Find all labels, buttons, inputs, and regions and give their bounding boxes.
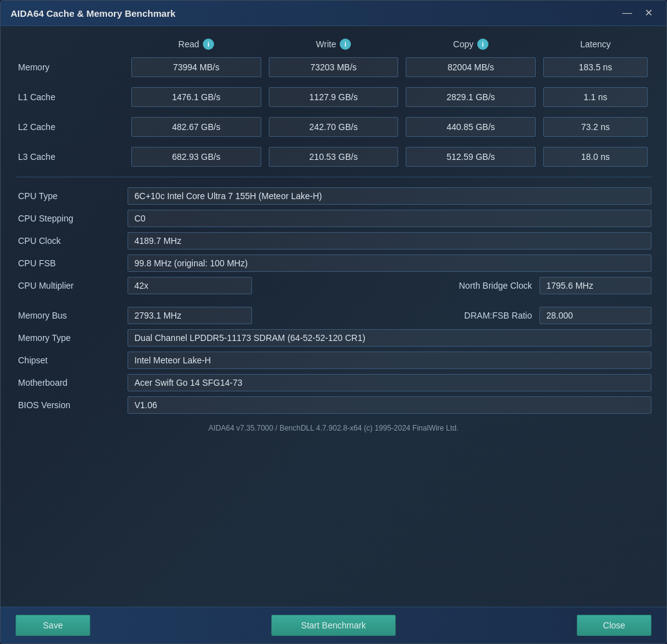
bios-label: BIOS Version bbox=[16, 400, 128, 410]
title-controls: — ✕ bbox=[618, 7, 656, 19]
l3-label: L3 Cache bbox=[16, 152, 128, 162]
north-bridge-clock-value: 1795.6 MHz bbox=[539, 277, 651, 294]
col-copy: Copy i bbox=[402, 39, 539, 50]
section-divider bbox=[16, 177, 651, 177]
l3-copy: 512.59 GB/s bbox=[406, 147, 536, 167]
content-area: Read i Write i Copy i Latency Memory 739… bbox=[1, 26, 666, 607]
l3-read: 682.93 GB/s bbox=[131, 147, 261, 167]
l1-latency: 1.1 ns bbox=[543, 87, 648, 107]
chipset-label: Chipset bbox=[16, 355, 128, 365]
north-bridge-clock-label: North Bridge Clock bbox=[403, 281, 539, 291]
l1-cache-row: L1 Cache 1476.1 GB/s 1127.9 GB/s 2829.1 … bbox=[16, 87, 651, 107]
bios-value: V1.06 bbox=[128, 396, 651, 414]
cpu-stepping-row: CPU Stepping C0 bbox=[16, 210, 651, 227]
l2-label: L2 Cache bbox=[16, 122, 128, 132]
chipset-row: Chipset Intel Meteor Lake-H bbox=[16, 352, 651, 369]
l3-cache-row: L3 Cache 682.93 GB/s 210.53 GB/s 512.59 … bbox=[16, 147, 651, 167]
memory-type-row: Memory Type Dual Channel LPDDR5-11173 SD… bbox=[16, 329, 651, 347]
cpu-type-row: CPU Type 6C+10c Intel Core Ultra 7 155H … bbox=[16, 187, 651, 205]
l2-copy: 440.85 GB/s bbox=[406, 117, 536, 137]
memory-type-label: Memory Type bbox=[16, 333, 128, 343]
cpu-multiplier-label: CPU Multiplier bbox=[16, 281, 128, 291]
save-button[interactable]: Save bbox=[16, 615, 90, 636]
window-title: AIDA64 Cache & Memory Benchmark bbox=[11, 8, 175, 19]
memory-bus-row: Memory Bus 2793.1 MHz DRAM:FSB Ratio 28.… bbox=[16, 307, 651, 324]
memory-copy: 82004 MB/s bbox=[406, 57, 536, 77]
cpu-type-value: 6C+10c Intel Core Ultra 7 155H (Meteor L… bbox=[128, 187, 651, 205]
bios-row: BIOS Version V1.06 bbox=[16, 396, 651, 414]
motherboard-label: Motherboard bbox=[16, 378, 128, 388]
memory-latency: 183.5 ns bbox=[543, 57, 648, 77]
memory-bus-value: 2793.1 MHz bbox=[128, 307, 252, 324]
l2-write: 242.70 GB/s bbox=[269, 117, 399, 137]
memory-label: Memory bbox=[16, 62, 128, 72]
l2-latency: 73.2 ns bbox=[543, 117, 648, 137]
memory-write: 73203 MB/s bbox=[269, 57, 399, 77]
motherboard-value: Acer Swift Go 14 SFG14-73 bbox=[128, 374, 651, 391]
copy-info-icon[interactable]: i bbox=[477, 39, 488, 50]
col-read: Read i bbox=[128, 39, 265, 50]
read-info-icon[interactable]: i bbox=[203, 39, 214, 50]
l1-read: 1476.1 GB/s bbox=[131, 87, 261, 107]
col-latency: Latency bbox=[539, 39, 651, 50]
close-button[interactable]: Close bbox=[577, 615, 651, 636]
write-info-icon[interactable]: i bbox=[340, 39, 351, 50]
title-bar: AIDA64 Cache & Memory Benchmark — ✕ bbox=[1, 1, 666, 26]
bench-table-header: Read i Write i Copy i Latency bbox=[16, 39, 651, 52]
start-benchmark-button[interactable]: Start Benchmark bbox=[271, 615, 396, 636]
l3-write: 210.53 GB/s bbox=[269, 147, 399, 167]
cpu-clock-value: 4189.7 MHz bbox=[128, 232, 651, 250]
memory-row: Memory 73994 MB/s 73203 MB/s 82004 MB/s … bbox=[16, 57, 651, 77]
spacer-row bbox=[16, 299, 651, 307]
main-window: AIDA64 Cache & Memory Benchmark — ✕ Read… bbox=[0, 0, 667, 644]
close-window-button[interactable]: ✕ bbox=[641, 7, 656, 19]
cpu-multiplier-value: 42x bbox=[128, 277, 252, 294]
cpu-clock-row: CPU Clock 4189.7 MHz bbox=[16, 232, 651, 250]
col-empty bbox=[16, 39, 128, 50]
cpu-fsb-row: CPU FSB 99.8 MHz (original: 100 MHz) bbox=[16, 254, 651, 272]
cpu-stepping-value: C0 bbox=[128, 210, 651, 227]
cpu-fsb-label: CPU FSB bbox=[16, 258, 128, 268]
footer-text: AIDA64 v7.35.7000 / BenchDLL 4.7.902.8-x… bbox=[16, 419, 651, 440]
cpu-fsb-value: 99.8 MHz (original: 100 MHz) bbox=[128, 254, 651, 272]
l2-read: 482.67 GB/s bbox=[131, 117, 261, 137]
l2-cache-row: L2 Cache 482.67 GB/s 242.70 GB/s 440.85 … bbox=[16, 117, 651, 137]
l1-write: 1127.9 GB/s bbox=[269, 87, 399, 107]
cpu-type-label: CPU Type bbox=[16, 191, 128, 201]
cpu-clock-label: CPU Clock bbox=[16, 236, 128, 246]
system-info: CPU Type 6C+10c Intel Core Ultra 7 155H … bbox=[16, 187, 651, 414]
dram-fsb-value: 28.000 bbox=[539, 307, 651, 324]
dram-fsb-label: DRAM:FSB Ratio bbox=[415, 310, 539, 320]
l1-label: L1 Cache bbox=[16, 92, 128, 102]
chipset-value: Intel Meteor Lake-H bbox=[128, 352, 651, 369]
cpu-stepping-label: CPU Stepping bbox=[16, 213, 128, 223]
memory-bus-label: Memory Bus bbox=[16, 310, 128, 320]
l1-copy: 2829.1 GB/s bbox=[406, 87, 536, 107]
button-bar: Save Start Benchmark Close bbox=[1, 607, 666, 643]
cpu-multiplier-row: CPU Multiplier 42x North Bridge Clock 17… bbox=[16, 277, 651, 294]
l3-latency: 18.0 ns bbox=[543, 147, 648, 167]
motherboard-row: Motherboard Acer Swift Go 14 SFG14-73 bbox=[16, 374, 651, 391]
memory-read: 73994 MB/s bbox=[131, 57, 261, 77]
memory-type-value: Dual Channel LPDDR5-11173 SDRAM (64-52-5… bbox=[128, 329, 651, 347]
minimize-button[interactable]: — bbox=[618, 7, 636, 19]
col-write: Write i bbox=[265, 39, 403, 50]
